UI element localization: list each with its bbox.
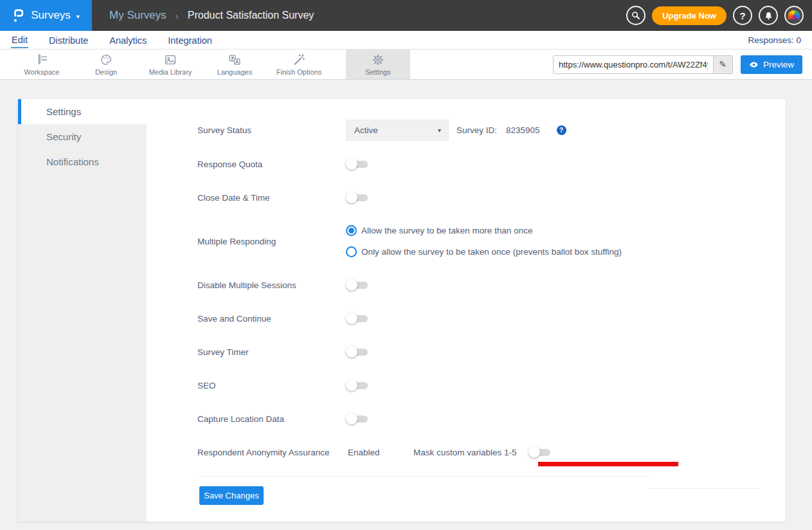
disable-multiple-sessions-toggle[interactable] xyxy=(346,279,368,291)
highlight-underline xyxy=(538,462,678,466)
avatar-art xyxy=(788,10,800,19)
toggle-knob xyxy=(346,158,357,170)
row-seo: SEO xyxy=(197,379,773,392)
radio-option-label: Allow the survey to be taken more than o… xyxy=(361,226,532,235)
save-changes-button[interactable]: Save Changes xyxy=(199,486,264,505)
survey-timer-label: Survey Timer xyxy=(197,347,249,357)
breadcrumb: My Surveys › Product Satisfaction Survey xyxy=(109,9,314,22)
row-survey-timer: Survey Timer xyxy=(197,345,773,358)
row-save-and-continue: Save and Continue xyxy=(197,312,773,325)
divider xyxy=(199,476,648,477)
respondent-anonymity-label: Respondent Anonymity Assurance xyxy=(197,448,330,457)
settings-sidebar: Settings Security Notifications xyxy=(18,99,147,522)
settings-card: Settings Security Notifications Survey S… xyxy=(18,99,786,522)
survey-id-value: 8235905 xyxy=(506,125,540,135)
radio-unselected-icon[interactable] xyxy=(346,246,357,257)
list-pencil-icon xyxy=(35,53,49,67)
survey-status-value: Active xyxy=(354,125,378,135)
response-quota-toggle[interactable] xyxy=(346,158,368,170)
sidebar-item-label: Security xyxy=(46,131,81,142)
magic-wand-icon xyxy=(292,53,306,67)
toolbar-tab-finish-options[interactable]: Finish Options xyxy=(267,50,331,79)
toolbar-tab-workspace[interactable]: Workspace xyxy=(10,50,74,79)
survey-status-label: Survey Status xyxy=(197,125,251,135)
row-close-date-time: Close Date & Time xyxy=(197,191,773,204)
survey-timer-toggle[interactable] xyxy=(346,346,368,358)
topbar-actions: Upgrade Now ? xyxy=(626,6,812,25)
toolbar-tab-label: Design xyxy=(95,68,117,76)
toolbar-tab-label: Media Library xyxy=(149,68,192,76)
caret-down-icon: ▾ xyxy=(77,13,80,20)
survey-status-control: Active ▾ Survey ID: 8235905 ? xyxy=(346,120,566,141)
capture-location-data-toggle[interactable] xyxy=(346,413,368,425)
seo-toggle[interactable] xyxy=(346,379,368,391)
toolbar-tab-label: Workspace xyxy=(24,68,60,76)
toggle-knob xyxy=(346,313,357,324)
divider xyxy=(649,488,759,489)
breadcrumb-separator: › xyxy=(176,10,179,21)
toolbar-tab-design[interactable]: Design xyxy=(74,50,138,79)
image-icon xyxy=(163,53,177,67)
preview-button[interactable]: Preview xyxy=(741,55,802,74)
toggle-knob xyxy=(346,379,357,391)
sidebar-item-label: Notifications xyxy=(46,156,99,167)
product-name: Surveys xyxy=(31,9,70,22)
disable-multiple-sessions-label: Disable Multiple Sessions xyxy=(197,280,296,290)
row-respondent-anonymity: Respondent Anonymity Assurance Enabled M… xyxy=(197,446,773,459)
questionpro-logo-icon xyxy=(12,7,25,24)
anonymity-status: Enabled xyxy=(348,448,380,457)
search-icon[interactable] xyxy=(626,6,645,25)
radio-option-multiple-allowed[interactable]: Allow the survey to be taken more than o… xyxy=(346,224,773,237)
sidebar-item-label: Settings xyxy=(46,106,81,117)
upgrade-now-button[interactable]: Upgrade Now xyxy=(652,6,726,25)
toolbar-tab-settings[interactable]: Settings xyxy=(346,50,410,79)
row-capture-location-data: Capture Location Data xyxy=(197,412,773,425)
mask-custom-variables-toggle[interactable] xyxy=(528,446,550,458)
survey-nav: Edit Distribute Analytics Integration Re… xyxy=(0,31,812,50)
radio-option-once-only[interactable]: Only allow the survey to be taken once (… xyxy=(346,245,773,258)
edit-toolbar: Workspace Design Media Library Languages… xyxy=(0,50,812,80)
radio-option-label: Only allow the survey to be taken once (… xyxy=(361,247,622,257)
breadcrumb-my-surveys[interactable]: My Surveys xyxy=(109,9,167,22)
mask-custom-variables-label: Mask custom variables 1-5 xyxy=(413,448,517,457)
survey-id-label: Survey ID: xyxy=(456,125,497,135)
gear-icon xyxy=(371,53,385,67)
toolbar-tab-languages[interactable]: Languages xyxy=(203,50,267,79)
caret-down-icon: ▾ xyxy=(438,127,441,134)
page-title: Product Satisfaction Survey xyxy=(188,10,314,21)
toggle-knob xyxy=(346,279,357,291)
survey-status-select[interactable]: Active ▾ xyxy=(346,120,449,141)
product-switcher[interactable]: Surveys ▾ xyxy=(0,0,92,31)
survey-url-box: ✎ xyxy=(553,55,733,74)
toggle-knob xyxy=(346,192,357,203)
eye-icon xyxy=(749,60,759,69)
toolbar-tab-label: Languages xyxy=(217,68,252,76)
toggle-knob xyxy=(346,413,357,425)
edit-url-pencil-icon[interactable]: ✎ xyxy=(713,56,732,73)
toolbar-tab-media-library[interactable]: Media Library xyxy=(138,50,203,79)
palette-icon xyxy=(99,53,113,67)
sidebar-item-settings[interactable]: Settings xyxy=(18,99,147,124)
preview-label: Preview xyxy=(763,60,794,69)
radio-selected-icon[interactable] xyxy=(346,225,357,236)
close-date-time-toggle[interactable] xyxy=(346,192,368,203)
save-and-continue-label: Save and Continue xyxy=(197,314,271,324)
response-quota-label: Response Quota xyxy=(197,160,262,169)
toggle-knob xyxy=(346,346,357,358)
notifications-bell-icon[interactable] xyxy=(759,6,778,25)
row-disable-multiple-sessions: Disable Multiple Sessions xyxy=(197,279,773,291)
save-and-continue-toggle[interactable] xyxy=(346,313,368,324)
row-response-quota: Response Quota xyxy=(197,158,773,170)
nav-tab-edit[interactable]: Edit xyxy=(11,32,28,48)
survey-id-help-icon[interactable]: ? xyxy=(557,125,566,135)
translate-icon xyxy=(228,53,242,67)
nav-tab-analytics[interactable]: Analytics xyxy=(109,33,147,48)
sidebar-item-notifications[interactable]: Notifications xyxy=(18,149,147,174)
survey-url-input[interactable] xyxy=(554,56,713,73)
sidebar-item-security[interactable]: Security xyxy=(18,124,147,149)
user-avatar[interactable] xyxy=(784,6,804,25)
nav-tab-integration[interactable]: Integration xyxy=(167,33,213,48)
help-icon[interactable]: ? xyxy=(733,6,752,25)
responses-count: Responses: 0 xyxy=(748,35,812,45)
nav-tab-distribute[interactable]: Distribute xyxy=(48,33,89,48)
